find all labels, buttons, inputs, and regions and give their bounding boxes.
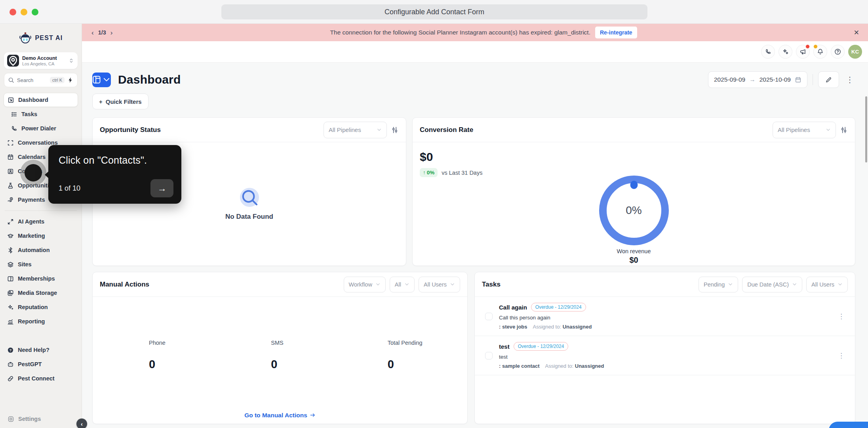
conversations-icon bbox=[7, 139, 14, 146]
banner-prev-button[interactable]: ‹ bbox=[91, 29, 95, 36]
chart-options-icon[interactable] bbox=[840, 126, 848, 134]
pipelines-select[interactable]: All Pipelines bbox=[773, 122, 836, 138]
phone-icon bbox=[765, 48, 771, 55]
chevron-down-icon bbox=[826, 127, 831, 132]
settings-icon bbox=[8, 416, 14, 422]
bell-button[interactable] bbox=[813, 45, 827, 59]
sidebar-item-dashboard[interactable]: Dashboard bbox=[4, 93, 78, 107]
search-icon bbox=[8, 77, 14, 83]
sidebar-item-pestgpt[interactable]: PestGPT bbox=[4, 357, 78, 371]
window-title: Configurable Add Contact Form bbox=[221, 4, 647, 19]
go-to-manual-actions-link[interactable]: Go to Manual Actions bbox=[93, 412, 467, 419]
sidebar-item-ai-agents[interactable]: AI Agents bbox=[4, 214, 78, 229]
pipelines-select[interactable]: All Pipelines bbox=[324, 122, 387, 138]
task-checkbox[interactable] bbox=[485, 352, 493, 359]
dashboard-more-button[interactable]: ⋮ bbox=[844, 76, 855, 84]
sidebar-item-power-dialer[interactable]: Power Dialer bbox=[7, 121, 78, 136]
chevron-down-icon bbox=[838, 282, 843, 287]
date-start: 2025-09-09 bbox=[714, 76, 745, 83]
window-zoom-button[interactable] bbox=[32, 9, 38, 15]
window-close-button[interactable] bbox=[10, 9, 16, 15]
account-switcher[interactable]: Demo Account Los Angeles, CA bbox=[4, 52, 78, 69]
tasks-filter-all-users[interactable]: All Users bbox=[806, 277, 848, 292]
megaphone-button[interactable] bbox=[796, 45, 810, 59]
task-checkbox[interactable] bbox=[485, 313, 493, 320]
date-range-picker[interactable]: 2025-09-09 → 2025-10-09 bbox=[708, 71, 807, 88]
reporting-icon bbox=[7, 318, 14, 325]
card-title: Manual Actions bbox=[100, 281, 149, 289]
manual-actions-filter-all-users[interactable]: All Users bbox=[419, 277, 460, 292]
task-title: Call again bbox=[499, 304, 527, 311]
tour-next-button[interactable]: → bbox=[150, 179, 173, 197]
tasks-filter-pending[interactable]: Pending bbox=[699, 277, 738, 292]
chart-options-icon[interactable] bbox=[391, 126, 399, 134]
quick-filters-button[interactable]: + Quick Filters bbox=[92, 94, 148, 109]
question-button[interactable] bbox=[831, 45, 845, 59]
sidebar-item-memberships[interactable]: Memberships bbox=[4, 271, 78, 286]
sidebar-item-settings[interactable]: Settings bbox=[0, 410, 82, 428]
tasks-card: Tasks PendingDue Date (ASC)All Users Cal… bbox=[474, 272, 855, 424]
chevron-down-icon bbox=[375, 282, 381, 287]
ai-agents-icon bbox=[7, 218, 14, 225]
edit-dashboard-button[interactable] bbox=[818, 71, 839, 88]
sidebar-item-reputation[interactable]: Reputation bbox=[4, 300, 78, 314]
media-storage-icon bbox=[7, 290, 14, 296]
tasks-icon bbox=[11, 111, 17, 118]
sidebar-item-tasks[interactable]: Tasks bbox=[7, 107, 78, 121]
ai-sparkle-button[interactable] bbox=[779, 45, 792, 59]
manual-actions-stat-total-pending: Total Pending0 bbox=[343, 340, 467, 371]
manual-actions-filter-workflow[interactable]: Workflow bbox=[344, 277, 386, 292]
notification-dot bbox=[813, 44, 818, 49]
sidebar-collapse-button[interactable]: ‹ bbox=[76, 418, 87, 428]
banner-next-button[interactable]: › bbox=[110, 29, 114, 36]
ai-sparkle-icon bbox=[782, 48, 789, 55]
chevrons-updown-icon bbox=[68, 57, 74, 64]
sidebar-item-label: Reporting bbox=[18, 318, 45, 325]
manual-actions-stat-sms: SMS0 bbox=[217, 340, 342, 371]
divider bbox=[813, 74, 813, 85]
won-revenue-amount: $0 bbox=[599, 256, 669, 265]
manual-actions-card: Manual Actions WorkflowAllAll Users Phon… bbox=[92, 272, 468, 424]
grid-icon bbox=[92, 75, 101, 84]
question-icon bbox=[834, 48, 841, 55]
chevron-left-icon: ‹ bbox=[81, 420, 83, 427]
date-end: 2025-10-09 bbox=[760, 76, 791, 83]
empty-state-label: No Data Found bbox=[225, 213, 273, 221]
marketing-icon bbox=[7, 233, 14, 239]
task-more-button[interactable]: ⋮ bbox=[836, 352, 846, 360]
user-avatar[interactable]: KC bbox=[848, 45, 862, 59]
sidebar-item-sites[interactable]: Sites bbox=[4, 257, 78, 271]
page-scrollbar-thumb[interactable] bbox=[865, 96, 867, 162]
task-contact: : steve jobs bbox=[499, 324, 527, 330]
tour-step-counter: 1 of 10 bbox=[59, 184, 80, 193]
bolt-icon[interactable] bbox=[67, 77, 74, 83]
dashboard-layout-button[interactable] bbox=[92, 73, 111, 87]
task-overdue-badge: Overdue - 12/29/2024 bbox=[531, 303, 586, 311]
sidebar-item-pest-connect[interactable]: Pest Connect bbox=[4, 371, 78, 386]
tour-tooltip-text: Click on "Contacts". bbox=[59, 155, 171, 166]
sidebar-item-reporting[interactable]: Reporting bbox=[4, 314, 78, 329]
manual-actions-filter-all[interactable]: All bbox=[390, 277, 415, 292]
sidebar-item-need-help[interactable]: ?Need Help? bbox=[4, 343, 78, 357]
phone-button[interactable] bbox=[761, 45, 775, 59]
banner-close-button[interactable]: ✕ bbox=[854, 29, 859, 37]
window-minimize-button[interactable] bbox=[21, 9, 27, 15]
main-area: ‹ 1/3 › The connection for the following… bbox=[82, 24, 868, 428]
calendar-icon bbox=[795, 76, 801, 83]
arrow-right-icon: → bbox=[749, 76, 756, 83]
reintegrate-button[interactable]: Re-integrate bbox=[595, 27, 637, 38]
tasks-filter-due-date-asc[interactable]: Due Date (ASC) bbox=[742, 277, 802, 292]
chat-widget-button[interactable] bbox=[829, 422, 868, 428]
search-input[interactable] bbox=[17, 77, 42, 83]
sidebar-search[interactable]: ctrl K bbox=[4, 73, 78, 87]
sidebar-item-automation[interactable]: Automation bbox=[4, 243, 78, 257]
sidebar-item-media-storage[interactable]: Media Storage bbox=[4, 286, 78, 300]
automation-icon bbox=[7, 247, 14, 254]
sidebar-item-label: Payments bbox=[18, 197, 45, 203]
sidebar-item-marketing[interactable]: Marketing bbox=[4, 229, 78, 243]
card-title: Opportunity Status bbox=[100, 126, 161, 134]
stat-value: 0 bbox=[149, 358, 217, 371]
task-more-button[interactable]: ⋮ bbox=[836, 312, 846, 321]
link-icon bbox=[7, 375, 14, 382]
conversion-amount: $0 bbox=[420, 150, 848, 164]
